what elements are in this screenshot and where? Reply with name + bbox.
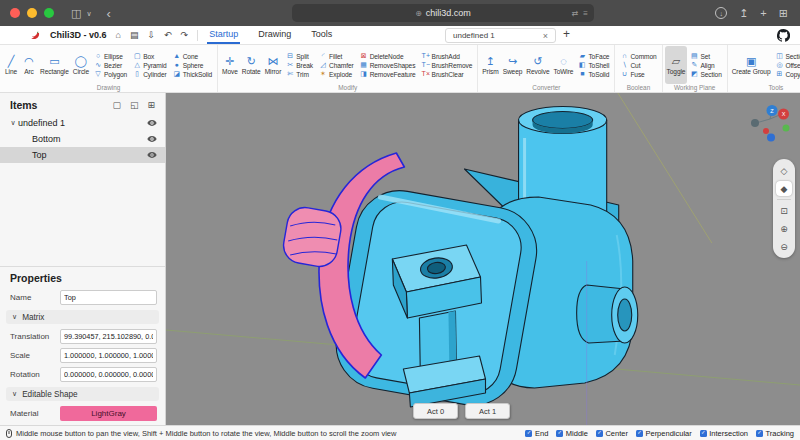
minimize-window-icon[interactable] xyxy=(27,8,37,18)
share-icon[interactable]: ↥ xyxy=(739,7,748,20)
snap-option-center[interactable]: ✓Center xyxy=(596,429,628,438)
duplicate-icon[interactable]: ◱ xyxy=(130,100,139,110)
github-icon[interactable] xyxy=(777,29,790,42)
snap-option-middle[interactable]: ✓Middle xyxy=(556,429,588,438)
ribbon-button-deletenode[interactable]: ⊠DeleteNode xyxy=(359,52,417,60)
downloads-icon[interactable]: ↓ xyxy=(715,7,727,19)
ribbon-button-arc[interactable]: ◠Arc xyxy=(20,46,38,84)
ribbon-button-rotate[interactable]: ↻Rotate xyxy=(240,46,263,84)
ribbon-button-circle[interactable]: ◯Circle xyxy=(71,46,91,84)
ribbon-button-thicksolid[interactable]: ◪ThickSolid xyxy=(172,70,213,78)
ribbon-button-bezier[interactable]: ∿Bezier xyxy=(93,61,128,69)
ribbon-button-section[interactable]: ◫Section xyxy=(774,52,800,60)
property-input-rotation[interactable] xyxy=(60,367,157,382)
wireframe-view-icon[interactable]: ◇ xyxy=(776,163,792,178)
ribbon-button-revolve[interactable]: ↺Revolve xyxy=(524,46,551,84)
ribbon-button-box[interactable]: ▢Box xyxy=(132,52,167,60)
ribbon-button-prism[interactable]: ↥Prism xyxy=(480,46,500,84)
sidebar-toggle-icon[interactable]: ◫ xyxy=(71,8,81,19)
snap-option-tracking[interactable]: ✓Tracking xyxy=(756,429,794,438)
ribbon-button-cut[interactable]: ∖Cut xyxy=(619,61,657,69)
translate-icon[interactable]: ⇄ xyxy=(572,9,579,18)
gizmo-neg-z-ball[interactable] xyxy=(767,134,775,142)
ribbon-button-rectangle[interactable]: ▭Rectangle xyxy=(38,46,71,84)
ribbon-button-brushclear[interactable]: T×BrushClear xyxy=(421,70,474,78)
visibility-eye-icon[interactable] xyxy=(147,118,157,128)
tree-node-top[interactable]: Top xyxy=(0,147,165,163)
ribbon-button-break[interactable]: ✂Break xyxy=(285,61,314,69)
reader-icon[interactable]: ≡ xyxy=(583,9,588,18)
ribbon-button-toshell[interactable]: ◧ToShell xyxy=(577,61,610,69)
gizmo-axis-ball[interactable] xyxy=(751,119,759,127)
ribbon-button-create-group[interactable]: ▣Create Group xyxy=(730,46,773,84)
snap-option-intersection[interactable]: ✓Intersection xyxy=(700,429,748,438)
close-tab-icon[interactable]: × xyxy=(543,31,548,41)
expand-all-icon[interactable]: ⊞ xyxy=(147,100,155,110)
ribbon-button-toggle[interactable]: ▱Toggle xyxy=(665,46,688,84)
maximize-window-icon[interactable] xyxy=(44,8,54,18)
ribbon-button-align[interactable]: ✎Align xyxy=(689,61,722,69)
zoom-out-icon[interactable]: ⊖ xyxy=(776,239,792,254)
property-input-translation[interactable] xyxy=(60,329,157,344)
back-icon[interactable]: ‹ xyxy=(107,7,111,20)
viewport[interactable]: Z X ◇ ◆ ⊡ ⊕ ⊖ Act 0Act 1 xyxy=(166,93,800,425)
ribbon-button-fillet[interactable]: ◜Fillet xyxy=(318,52,355,60)
ribbon-button-copyshape[interactable]: ⊞CopyShape xyxy=(774,70,800,78)
ribbon-button-brushadd[interactable]: T+BrushAdd xyxy=(421,52,474,60)
close-window-icon[interactable] xyxy=(10,8,20,18)
document-icon[interactable]: ▤ xyxy=(130,31,139,40)
name-input[interactable] xyxy=(60,290,157,305)
ribbon-button-sweep[interactable]: ↪Sweep xyxy=(501,46,525,84)
gizmo-neg-x-ball[interactable] xyxy=(763,128,769,134)
new-folder-icon[interactable]: ▢ xyxy=(112,100,121,110)
ribbon-button-section[interactable]: ◩Section xyxy=(689,70,722,78)
tab-overview-icon[interactable]: ⊞ xyxy=(779,7,788,20)
snap-option-perpendicular[interactable]: ✓Perpendicular xyxy=(636,429,692,438)
ribbon-button-offset[interactable]: ◎Offset xyxy=(774,61,800,69)
ribbon-button-set[interactable]: ▤Set xyxy=(689,52,722,60)
ribbon-button-explode[interactable]: ✶Explode xyxy=(318,70,355,78)
undo-icon[interactable]: ↶ xyxy=(164,31,172,40)
home-icon[interactable]: ⌂ xyxy=(116,31,121,40)
act-button-act-1[interactable]: Act 1 xyxy=(465,403,510,419)
visibility-eye-icon[interactable] xyxy=(147,134,157,144)
3d-model[interactable] xyxy=(281,107,638,413)
ribbon-button-polygon[interactable]: ▽Polygon xyxy=(93,70,128,78)
chevron-down-icon[interactable]: ∨ xyxy=(86,10,91,17)
ribbon-button-trim[interactable]: ✄Trim xyxy=(285,70,314,78)
ribbon-button-towire[interactable]: ◌ToWire xyxy=(551,46,575,84)
menu-tab-startup[interactable]: Startup xyxy=(207,26,240,44)
ribbon-button-tosolid[interactable]: ■ToSolid xyxy=(577,70,610,78)
matrix-section-header[interactable]: ∨ Matrix xyxy=(6,310,159,324)
shaded-view-icon[interactable]: ◆ xyxy=(776,181,792,196)
ribbon-button-toface[interactable]: ▰ToFace xyxy=(577,52,610,60)
ribbon-button-chamfer[interactable]: ◿Chamfer xyxy=(318,61,355,69)
ribbon-button-removefeature[interactable]: ◨RemoveFeature xyxy=(359,70,417,78)
zoom-in-icon[interactable]: ⊕ xyxy=(776,221,792,236)
save-download-icon[interactable]: ⇩ xyxy=(147,31,155,40)
visibility-eye-icon[interactable] xyxy=(147,150,157,160)
document-tab[interactable]: undefined 1 × xyxy=(445,28,556,43)
ribbon-button-brushremove[interactable]: T−BrushRemove xyxy=(421,61,474,69)
new-document-icon[interactable]: + xyxy=(563,27,570,41)
url-bar[interactable]: ⊕ chili3d.com ⇄ ≡ xyxy=(292,4,594,22)
ribbon-button-common[interactable]: ∩Common xyxy=(619,52,657,60)
menu-tab-drawing[interactable]: Drawing xyxy=(256,26,293,44)
tree-node-bottom[interactable]: Bottom xyxy=(0,131,165,147)
orientation-gizmo[interactable]: Z X xyxy=(744,103,792,143)
ribbon-button-sphere[interactable]: ●Sphere xyxy=(172,61,213,69)
snap-option-end[interactable]: ✓End xyxy=(525,429,548,438)
act-button-act-0[interactable]: Act 0 xyxy=(413,403,458,419)
gizmo-y-ball[interactable] xyxy=(783,125,790,132)
tree-node-undefined-1[interactable]: ∨undefined 1 xyxy=(0,115,165,131)
editable-shape-section-header[interactable]: ∨ Editable Shape xyxy=(6,387,159,401)
material-button[interactable]: LightGray xyxy=(60,406,157,421)
ribbon-button-line[interactable]: ╱Line xyxy=(2,46,20,84)
ribbon-button-removeshapes[interactable]: ▦RemoveShapes xyxy=(359,61,417,69)
ribbon-button-split[interactable]: ⊟Split xyxy=(285,52,314,60)
ribbon-button-mirror[interactable]: ⋈Mirror xyxy=(263,46,284,84)
property-input-scale[interactable] xyxy=(60,348,157,363)
redo-icon[interactable]: ↷ xyxy=(181,31,189,40)
ribbon-button-cylinder[interactable]: ▯Cylinder xyxy=(132,70,167,78)
ribbon-button-move[interactable]: ✛Move xyxy=(220,46,240,84)
